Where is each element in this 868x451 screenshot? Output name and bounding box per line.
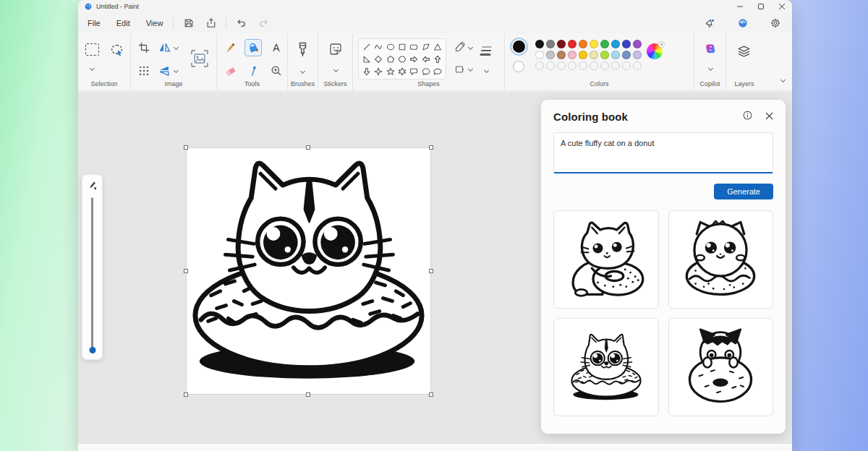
color-swatch[interactable]	[568, 51, 576, 59]
pencil-tool-icon[interactable]	[221, 39, 239, 56]
maximize-button[interactable]	[750, 0, 771, 12]
close-button[interactable]	[771, 0, 792, 12]
text-tool-icon[interactable]: A	[268, 39, 285, 56]
selection-handle[interactable]	[184, 392, 188, 397]
shape-triangle-icon[interactable]	[432, 40, 443, 53]
edit-colors-icon[interactable]: +	[647, 43, 663, 59]
color-swatch[interactable]	[546, 40, 555, 48]
color-swatch[interactable]	[611, 40, 620, 48]
shape-polygon-icon[interactable]	[420, 40, 431, 53]
shape-curve-icon[interactable]	[373, 40, 384, 53]
selection-handle[interactable]	[306, 145, 310, 150]
generate-button[interactable]: Generate	[714, 184, 773, 199]
fill-tool-icon[interactable]	[244, 39, 262, 56]
shape-arc-icon[interactable]	[361, 77, 373, 80]
shape-four-point-star-icon[interactable]	[373, 65, 384, 77]
shape-pentagon-icon[interactable]	[385, 53, 396, 65]
title-bar[interactable]: Untitled - Paint	[78, 0, 792, 12]
color-swatch[interactable]	[590, 61, 598, 70]
copilot-badge-icon[interactable]	[737, 17, 748, 28]
line-size-icon[interactable]	[480, 45, 493, 75]
pattern-icon[interactable]	[138, 65, 150, 80]
generated-image-1[interactable]	[553, 210, 659, 309]
rectangle-select-icon[interactable]	[85, 43, 99, 73]
shape-square-icon[interactable]	[396, 40, 408, 53]
shape-arrow-right-icon[interactable]	[408, 53, 420, 65]
color-swatch[interactable]	[611, 51, 620, 59]
drawing-canvas[interactable]	[187, 148, 430, 394]
shape-fill-icon[interactable]	[455, 64, 472, 74]
color1-swatch[interactable]	[513, 40, 525, 53]
selection-handle[interactable]	[306, 392, 310, 397]
color-swatch[interactable]	[579, 51, 587, 59]
shape-oval-bubble-icon[interactable]	[432, 65, 443, 77]
prompt-input[interactable]: A cute fluffy cat on a donut	[553, 132, 773, 173]
info-icon[interactable]	[743, 110, 752, 123]
save-icon[interactable]	[183, 17, 194, 28]
share-icon[interactable]	[205, 17, 216, 28]
copilot-icon[interactable]	[705, 43, 717, 73]
shape-line-icon[interactable]	[361, 40, 373, 53]
brushes-icon[interactable]	[297, 42, 309, 76]
shape-arrow-down-icon[interactable]	[361, 65, 373, 77]
eyedropper-tool-icon[interactable]	[244, 62, 262, 80]
resize-image-icon[interactable]	[190, 49, 209, 71]
shape-oval-icon[interactable]	[385, 40, 396, 53]
selection-handle[interactable]	[429, 145, 433, 150]
shape-hexagon-icon[interactable]	[396, 53, 408, 65]
shape-five-point-star-icon[interactable]	[385, 65, 396, 77]
generated-image-4[interactable]	[668, 318, 774, 416]
settings-gear-icon[interactable]	[770, 17, 780, 28]
color2-swatch[interactable]	[513, 61, 524, 72]
selection-handle[interactable]	[429, 392, 433, 397]
flip-vertical-icon[interactable]	[158, 65, 178, 76]
color-swatch[interactable]	[633, 51, 642, 59]
color-swatch[interactable]	[611, 61, 620, 70]
color-swatch[interactable]	[622, 51, 631, 59]
ribbon-collapse-chevron[interactable]	[781, 72, 785, 85]
color-swatch[interactable]	[557, 51, 566, 59]
generated-image-3[interactable]	[553, 318, 659, 416]
size-slider-thumb[interactable]	[89, 347, 95, 353]
selection-handle[interactable]	[184, 269, 188, 273]
layers-icon[interactable]	[737, 45, 751, 61]
color-swatch[interactable]	[568, 61, 576, 70]
free-select-icon[interactable]	[110, 43, 124, 60]
shape-arrow-up-icon[interactable]	[432, 53, 443, 65]
crop-icon[interactable]	[138, 42, 150, 56]
shape-six-point-star-icon[interactable]	[396, 65, 408, 77]
shape-round-bubble-icon[interactable]	[420, 65, 431, 77]
selection-handle[interactable]	[184, 145, 188, 150]
color-swatch[interactable]	[535, 51, 544, 59]
color-swatch[interactable]	[546, 51, 555, 59]
color-swatch[interactable]	[590, 51, 598, 59]
menu-view[interactable]: View	[140, 17, 170, 30]
color-swatch[interactable]	[633, 40, 642, 48]
shape-diamond-icon[interactable]	[373, 53, 384, 65]
shape-rounded-rectangle-icon[interactable]	[408, 40, 420, 53]
color-swatch[interactable]	[600, 40, 609, 48]
flip-horizontal-icon[interactable]	[158, 42, 178, 53]
selection-handle[interactable]	[429, 269, 433, 273]
stickers-icon[interactable]	[328, 42, 343, 74]
color-swatch[interactable]	[557, 40, 566, 48]
color-swatch[interactable]	[622, 40, 631, 48]
color-swatch[interactable]	[600, 51, 609, 59]
color-swatch[interactable]	[622, 61, 631, 70]
size-slider[interactable]	[91, 197, 93, 352]
minimize-button[interactable]	[729, 0, 750, 12]
color-swatch[interactable]	[535, 61, 544, 70]
color-swatch[interactable]	[568, 40, 576, 48]
eraser-tool-icon[interactable]	[221, 62, 239, 80]
shape-arrow-left-icon[interactable]	[420, 53, 431, 65]
color-swatch[interactable]	[557, 61, 566, 70]
color-swatch[interactable]	[546, 61, 555, 70]
redo-icon[interactable]	[258, 17, 269, 28]
canvas-area[interactable]: Coloring book A cute fluffy cat on a don…	[78, 92, 792, 443]
color-swatch[interactable]	[535, 40, 544, 48]
color-swatch[interactable]	[579, 61, 587, 70]
color-swatch[interactable]	[600, 61, 609, 70]
color-swatch[interactable]	[590, 40, 598, 48]
shape-right-triangle-icon[interactable]	[361, 53, 373, 65]
menu-file[interactable]: File	[81, 17, 107, 30]
